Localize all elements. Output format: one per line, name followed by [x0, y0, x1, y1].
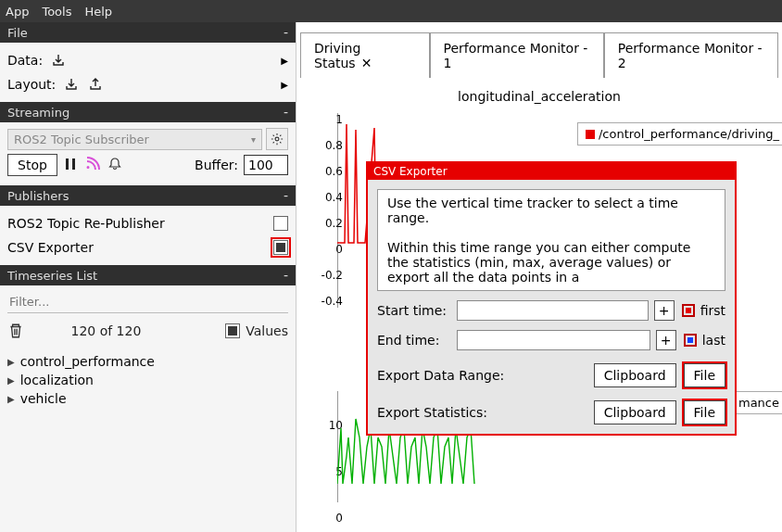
- tab-driving-status[interactable]: Driving Status✕: [300, 32, 430, 78]
- values-label: Values: [246, 323, 288, 338]
- last-swatch-icon[interactable]: [684, 334, 697, 347]
- publishers-section-header[interactable]: Publishers -: [0, 185, 296, 206]
- last-label: last: [702, 333, 725, 348]
- dialog-help-text[interactable]: Use the vertical time tracker to select …: [377, 189, 725, 291]
- caret-icon: ▶: [7, 357, 15, 367]
- export-stats-clipboard-button[interactable]: Clipboard: [594, 400, 676, 424]
- legend-swatch-icon: [586, 130, 595, 139]
- start-time-label: Start time:: [377, 303, 451, 318]
- file-section-title: File: [7, 26, 28, 40]
- svg-point-0: [275, 137, 279, 141]
- svg-rect-2: [72, 158, 75, 170]
- rss-icon[interactable]: [85, 157, 102, 173]
- tree-item[interactable]: ▶vehicle: [7, 389, 288, 408]
- streaming-source-dropdown[interactable]: ROS2 Topic Subscriber ▾: [7, 129, 262, 150]
- end-time-label: End time:: [377, 333, 451, 348]
- legend-label: mance: [738, 396, 779, 410]
- gear-button[interactable]: [266, 128, 288, 150]
- tree-label: vehicle: [20, 391, 67, 406]
- upload-icon[interactable]: [87, 76, 104, 93]
- tree-label: control_performance: [20, 354, 155, 369]
- tab-label: Driving Status: [314, 41, 360, 70]
- svg-rect-1: [66, 158, 69, 170]
- first-label: first: [700, 303, 725, 318]
- streaming-section-header[interactable]: Streaming -: [0, 102, 296, 122]
- tree-item[interactable]: ▶control_performance: [7, 352, 288, 371]
- minimize-icon[interactable]: -: [284, 268, 288, 283]
- filter-input[interactable]: [7, 291, 288, 313]
- export-range-file-button[interactable]: File: [684, 363, 725, 387]
- help-text-1: Use the vertical time tracker to select …: [387, 196, 715, 225]
- download-icon[interactable]: [50, 52, 67, 69]
- close-icon[interactable]: ✕: [361, 56, 372, 70]
- bell-icon[interactable]: [107, 157, 124, 173]
- export-range-clipboard-button[interactable]: Clipboard: [594, 363, 676, 387]
- publisher-row: ROS2 Topic Re-Publisher: [7, 211, 288, 235]
- publisher-checkbox[interactable]: [273, 240, 288, 255]
- publisher-row: CSV Exporter: [7, 235, 288, 260]
- export-stats-label: Export Statistics:: [377, 405, 586, 420]
- tree-label: localization: [20, 373, 94, 387]
- tab-perf-2[interactable]: Performance Monitor - 2: [604, 32, 778, 78]
- add-end-button[interactable]: +: [656, 330, 676, 350]
- first-swatch-icon[interactable]: [682, 304, 695, 317]
- legend-label: /control_performance/driving_: [599, 127, 779, 141]
- timeseries-count: 120 of 120: [70, 323, 141, 338]
- buffer-input[interactable]: [244, 155, 288, 175]
- menubar: App Tools Help: [0, 0, 782, 22]
- tab-perf-1[interactable]: Performance Monitor - 1: [430, 32, 604, 78]
- buffer-label: Buffer:: [195, 158, 238, 172]
- tab-label: Performance Monitor - 2: [618, 41, 763, 70]
- dialog-title: CSV Exporter: [368, 163, 735, 180]
- chevron-down-icon: ▾: [251, 134, 256, 145]
- start-time-input[interactable]: [457, 300, 649, 321]
- publisher-label: ROS2 Topic Re-Publisher: [7, 216, 165, 231]
- pause-icon[interactable]: [63, 157, 80, 173]
- values-toggle[interactable]: Values: [225, 323, 288, 338]
- chart-title: longitudinal_acceleration: [309, 85, 769, 108]
- layout-row[interactable]: Layout: ▶: [7, 72, 288, 96]
- publisher-label: CSV Exporter: [7, 240, 94, 255]
- timeseries-section-header[interactable]: Timeseries List -: [0, 265, 296, 285]
- tree-item[interactable]: ▶localization: [7, 371, 288, 389]
- data-label: Data:: [7, 53, 43, 68]
- minimize-icon[interactable]: -: [284, 25, 288, 40]
- menu-tools[interactable]: Tools: [42, 5, 71, 19]
- minimize-icon[interactable]: -: [284, 105, 288, 120]
- csv-exporter-dialog: CSV Exporter Use the vertical time track…: [366, 161, 737, 436]
- stop-button[interactable]: Stop: [7, 154, 57, 176]
- chevron-right-icon: ▶: [281, 56, 288, 66]
- timeseries-title: Timeseries List: [7, 269, 97, 283]
- data-row[interactable]: Data: ▶: [7, 48, 288, 72]
- tab-label: Performance Monitor - 1: [444, 41, 588, 70]
- tab-bar: Driving Status✕ Performance Monitor - 1 …: [300, 32, 778, 78]
- streaming-title: Streaming: [7, 106, 69, 120]
- caret-icon: ▶: [7, 375, 15, 386]
- menu-help[interactable]: Help: [84, 5, 112, 19]
- help-text-2: Within this time range you can either co…: [387, 240, 715, 285]
- export-range-label: Export Data Range:: [377, 368, 586, 383]
- caret-icon: ▶: [7, 394, 15, 404]
- chevron-right-icon: ▶: [281, 80, 288, 90]
- streaming-source-label: ROS2 Topic Subscriber: [14, 133, 149, 146]
- layout-label: Layout:: [7, 77, 56, 92]
- end-time-input[interactable]: [457, 330, 650, 350]
- add-start-button[interactable]: +: [654, 300, 675, 321]
- minimize-icon[interactable]: -: [284, 188, 288, 203]
- export-stats-file-button[interactable]: File: [684, 400, 725, 424]
- trash-icon[interactable]: [7, 323, 24, 339]
- chart-legend[interactable]: /control_performance/driving_: [577, 122, 782, 146]
- publishers-title: Publishers: [7, 189, 69, 203]
- file-section-header[interactable]: File -: [0, 22, 296, 43]
- values-checkbox[interactable]: [225, 323, 240, 338]
- download-icon[interactable]: [63, 76, 80, 93]
- menu-app[interactable]: App: [6, 5, 29, 19]
- chart2-legend[interactable]: mance: [730, 391, 782, 414]
- sidebar: File - Data: ▶ Layout: ▶: [0, 22, 296, 532]
- publisher-checkbox[interactable]: [273, 216, 288, 231]
